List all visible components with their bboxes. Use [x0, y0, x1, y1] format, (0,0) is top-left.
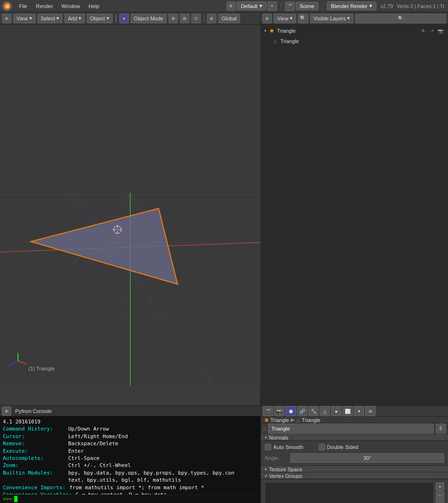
console-menu-icon[interactable]: ⊕ [2, 406, 11, 416]
triangle-mesh-icon: △ [272, 38, 278, 45]
version-line: 4.1 20161019 [3, 418, 258, 425]
viewport-panel: ⊕ View ▾ Select ▾ Add ▾ Object ▾ ● Objec… [0, 12, 260, 405]
scene-dropdown[interactable]: Scene [296, 2, 319, 10]
svg-line-21 [0, 243, 260, 252]
triangle-obj-label: Triangle [277, 28, 418, 34]
select-menu[interactable]: Select ▾ [37, 14, 63, 23]
section-texture-space[interactable]: ▾ Texture Space ⋮⋮ [261, 466, 448, 473]
console-row-zoom: Zoom: Ctrl +/-, Ctrl-Wheel [3, 462, 258, 469]
viewport-pivot[interactable]: ⊕ [169, 14, 178, 23]
svg-line-17 [130, 193, 166, 386]
section-normals[interactable]: ▾ Normals ⋮⋮ [261, 434, 448, 441]
workspace-dropdown[interactable]: Default ▾ [237, 1, 267, 10]
search-input[interactable]: 🔍 [355, 14, 446, 23]
vertex-groups-label: Vertex Groups [269, 473, 302, 479]
outliner-item-actions: 👁 ↗ 📷 [420, 27, 444, 35]
auto-smooth-wrap[interactable]: Auto Smooth [265, 444, 304, 450]
breadcrumb-icon-1: ⬟ [265, 418, 269, 422]
props-icon-particles[interactable]: ✦ [354, 406, 364, 416]
normals-options: ⋮⋮ [436, 435, 444, 440]
props-icon-object[interactable]: ⬟ [286, 406, 296, 416]
props-name-field[interactable]: Triangle [268, 423, 434, 434]
svg-rect-2 [0, 25, 260, 386]
menu-file[interactable]: File [15, 2, 31, 10]
axes-indicator: X Y Z [9, 351, 27, 370]
svg-line-14 [24, 193, 130, 386]
double-sided-checkbox[interactable] [319, 444, 325, 450]
workspace-icon: ⊞ [226, 1, 236, 11]
eye-icon[interactable]: 👁 [420, 27, 427, 35]
viewport-mode-icon[interactable]: ● [119, 14, 129, 23]
menu-help[interactable]: Help [85, 2, 103, 10]
console-row-autocomplete: Autocomplete: Ctrl-Space [3, 455, 258, 462]
console-panel: ⊕ Python Console 4.1 20161019 Command Hi… [0, 405, 260, 503]
normals-label: Normals [269, 435, 288, 440]
viewport-header: ⊕ View ▾ Select ▾ Add ▾ Object ▾ ● Objec… [0, 12, 260, 25]
add-menu[interactable]: Add ▾ [64, 14, 85, 23]
props-icon-scene[interactable]: 🎬 [263, 406, 273, 416]
stats-info: Verts:3 | Faces:1 | Tr: [397, 3, 446, 9]
svg-point-26 [114, 226, 121, 234]
svg-text:Y: Y [17, 351, 19, 354]
render-icon[interactable]: 📷 [437, 27, 444, 35]
vertex-group-remove-btn[interactable]: − [436, 491, 444, 500]
cursor-icon[interactable]: ↗ [428, 27, 436, 35]
console-input-row[interactable]: >>> [0, 494, 260, 503]
visible-layers-dropdown[interactable]: Visible Layers ▾ [310, 14, 353, 23]
view-menu[interactable]: View ▾ [13, 14, 36, 23]
vertex-group-add-btn[interactable]: + [436, 482, 444, 491]
viewport-proportional[interactable]: ⊙ [191, 14, 201, 23]
vertex-group-up-btn[interactable]: ▲ [436, 500, 444, 503]
console-prompt: >>> [3, 496, 12, 502]
outliner-item-triangle-obj[interactable]: ▾ ⬟ Triangle 👁 ↗ 📷 [260, 26, 448, 36]
outliner-search-icon[interactable]: 🔍 [298, 14, 308, 23]
transform-dropdown[interactable]: Global [218, 14, 240, 23]
props-icon-texture[interactable]: ⬜ [342, 406, 353, 416]
triangle-mesh-label: Triangle [280, 38, 444, 44]
console-row-builtin: Builtin Modules: bpy, bpy.data, bpy.ops,… [3, 469, 258, 476]
console-row-execute: Execute: Enter [3, 448, 258, 455]
outliner-item-triangle-mesh[interactable]: △ Triangle [268, 36, 448, 46]
props-breadcrumb: ⬟ Triangle ▶ △ Triangle [261, 417, 448, 423]
object-menu[interactable]: Object ▾ [87, 14, 113, 23]
svg-line-18 [130, 193, 213, 386]
breadcrumb-label-1: Triangle [270, 417, 289, 423]
object-label: (1) Triangle [28, 366, 55, 371]
auto-smooth-checkbox[interactable] [265, 444, 271, 450]
console-header: ⊕ Python Console [0, 406, 260, 416]
render-engine-dropdown[interactable]: Blender Render ▾ [327, 1, 376, 10]
props-icon-modifiers[interactable]: 🔧 [308, 406, 319, 416]
vertex-groups-arrow: ▾ [265, 474, 267, 478]
workspace-add[interactable]: + [268, 1, 277, 11]
menu-window[interactable]: Window [58, 2, 84, 10]
menu-render[interactable]: Render [32, 2, 57, 10]
console-row-cursor: Cursor: Left/Right Home/End [3, 433, 258, 440]
viewport-transform-icon[interactable]: ⊕ [207, 14, 216, 23]
viewport-snapping[interactable]: ⊞ [180, 14, 189, 23]
svg-line-23 [71, 193, 213, 386]
props-icon-render[interactable]: 📷 [274, 406, 285, 416]
props-icon-physics[interactable]: ≋ [365, 406, 376, 416]
triangle-collapse-arrow: ▾ [264, 28, 267, 33]
mode-dropdown[interactable]: Object Mode [131, 14, 167, 23]
double-sided-wrap[interactable]: Double Sided [319, 444, 358, 450]
props-icon-data[interactable]: △ [320, 406, 330, 416]
props-icon-constraints[interactable]: 🔗 [297, 406, 307, 416]
outliner-panel: ⊕ View ▾ 🔍 Visible Layers ▾ 🔍 ▾ ⬟ Triang… [260, 12, 448, 405]
viewport-canvas[interactable]: User Persp [0, 25, 260, 386]
svg-line-19 [130, 193, 260, 386]
outliner-menu-icon[interactable]: ⊕ [262, 14, 272, 23]
svg-marker-25 [31, 208, 178, 284]
props-icon-material[interactable]: ● [331, 406, 341, 416]
section-vertex-groups[interactable]: ▾ Vertex Groups ⋮⋮ [261, 473, 448, 479]
breadcrumb-label-2: Triangle [302, 417, 320, 423]
svg-text:⌘: ⌘ [5, 4, 9, 9]
props-object-name-row: △ Triangle F [261, 423, 448, 434]
viewport-menu-icon[interactable]: ⊕ [2, 14, 11, 23]
props-f-button[interactable]: F [436, 423, 446, 434]
viewport-label: User Persp [5, 28, 31, 34]
angle-value[interactable]: 30° [290, 453, 444, 463]
svg-point-29 [116, 229, 118, 231]
view-outliner-menu[interactable]: View ▾ [274, 14, 296, 23]
normals-arrow: ▾ [265, 435, 267, 440]
